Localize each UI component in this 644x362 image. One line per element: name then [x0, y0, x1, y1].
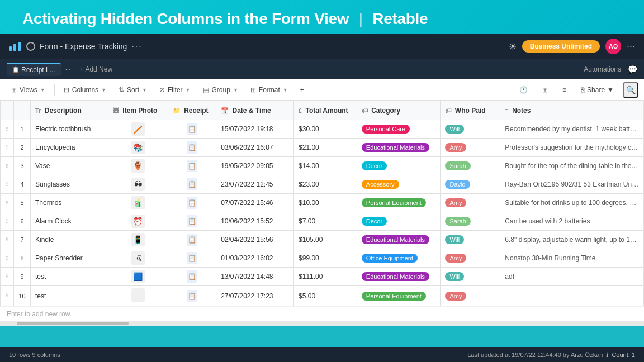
cell-notes[interactable]: 6.8" display, adjustable warm light, up … [500, 231, 644, 249]
avatar[interactable]: AO [605, 39, 621, 54]
th-description[interactable]: Tr Description [31, 101, 108, 120]
th-receipt[interactable]: 📁 Receipt [168, 101, 216, 120]
sort-button[interactable]: ⇅ Sort ▼ [113, 84, 153, 96]
cell-total-amount[interactable]: $105.00 [294, 231, 357, 249]
cell-receipt[interactable]: 📋 [168, 268, 216, 286]
cell-receipt[interactable]: 📋 [168, 231, 216, 249]
cell-who-paid[interactable]: Sarah [441, 157, 500, 175]
th-notes[interactable]: ≡ Notes [500, 101, 644, 120]
cell-who-paid[interactable]: David [441, 175, 500, 194]
cell-photo[interactable]: 🧃 [108, 194, 168, 212]
cell-receipt[interactable]: 📋 [168, 157, 216, 175]
cell-description[interactable]: Encyclopedia [31, 139, 108, 157]
cell-date-time[interactable]: 10/06/2022 15:52 [216, 212, 294, 231]
cell-total-amount[interactable]: $30.00 [294, 120, 357, 139]
cell-total-amount[interactable]: $99.00 [294, 249, 357, 268]
cell-photo[interactable]: 🕶 [108, 175, 168, 194]
table-row[interactable]: ⠿ 7 Kindle 📱 📋 02/04/2022 15:56 $105.00 … [1, 231, 644, 249]
cell-who-paid[interactable]: Amy [441, 249, 500, 268]
cell-photo[interactable]: 🏺 [108, 157, 168, 175]
cell-photo[interactable]: 🪥 [108, 120, 168, 139]
cell-date-time[interactable]: 19/05/2022 09:05 [216, 157, 294, 175]
form-more-dots[interactable]: ··· [131, 41, 142, 51]
cell-photo[interactable]: ⏰ [108, 212, 168, 231]
appbar-more-icon[interactable]: ··· [627, 41, 635, 53]
cell-category[interactable]: Personal Care [357, 120, 441, 139]
cell-photo[interactable]: 🖨 [108, 249, 168, 268]
cell-description[interactable]: Vase [31, 157, 108, 175]
cell-category[interactable]: Office Equipment [357, 249, 441, 268]
cell-photo[interactable]: 🟦 [108, 268, 168, 286]
cell-category[interactable]: Accessory [357, 175, 441, 194]
cell-total-amount[interactable]: $111.00 [294, 268, 357, 286]
cell-notes[interactable]: Recommended by my dentist, 1 week batter… [500, 120, 644, 139]
th-total-amount[interactable]: £ Total Amount [294, 101, 357, 120]
cell-date-time[interactable]: 27/07/2022 17:23 [216, 286, 294, 306]
add-row-hint[interactable]: Enter to add new row. [0, 306, 644, 321]
cell-total-amount[interactable]: $14.00 [294, 157, 357, 175]
cell-receipt[interactable]: 📋 [168, 286, 216, 306]
table-row[interactable]: ⠿ 9 test 🟦 📋 13/07/2022 14:48 $111.00 Ed… [1, 268, 644, 286]
group-button[interactable]: ▤ Group ▼ [197, 84, 244, 96]
table-row[interactable]: ⠿ 8 Paper Shredder 🖨 📋 01/03/2022 16:02 … [1, 249, 644, 268]
cell-category[interactable]: Educational Materials [357, 268, 441, 286]
cell-who-paid[interactable]: Amy [441, 194, 500, 212]
cell-description[interactable]: Electric toothbrush [31, 120, 108, 139]
cell-notes[interactable]: Can be used with 2 batteries [500, 212, 644, 231]
business-unlimited-button[interactable]: Business Unlimited [522, 40, 600, 53]
cell-receipt[interactable]: 📋 [168, 120, 216, 139]
cell-description[interactable]: test [31, 268, 108, 286]
cell-who-paid[interactable]: Amy [441, 286, 500, 306]
cell-description[interactable]: Thermos [31, 194, 108, 212]
cell-notes[interactable]: adf [500, 268, 644, 286]
cell-category[interactable]: Decor [357, 157, 441, 175]
cell-who-paid[interactable]: Amy [441, 139, 500, 157]
th-item-photo[interactable]: 🖼 Item Photo [108, 101, 168, 120]
cell-date-time[interactable]: 15/07/2022 19:18 [216, 120, 294, 139]
scroll-thumb[interactable] [17, 322, 129, 325]
sun-icon[interactable]: ☀ [509, 41, 517, 52]
table-row[interactable]: ⠿ 10 test 📋 27/07/2022 17:23 $5.00 Perso… [1, 286, 644, 306]
cell-who-paid[interactable]: Will [441, 268, 500, 286]
cell-receipt[interactable]: 📋 [168, 139, 216, 157]
cell-photo[interactable]: 📚 [108, 139, 168, 157]
format-button[interactable]: ⊞ Format ▼ [245, 84, 293, 96]
cell-date-time[interactable]: 02/04/2022 15:56 [216, 231, 294, 249]
th-date-time[interactable]: 📅 Date & Time [216, 101, 294, 120]
cell-notes[interactable]: Suitable for hot drinks up to 100 degree… [500, 194, 644, 212]
cell-notes[interactable] [500, 286, 644, 306]
cell-description[interactable]: test [31, 286, 108, 306]
table-row[interactable]: ⠿ 4 Sunglasses 🕶 📋 23/07/2022 12:45 $23.… [1, 175, 644, 194]
cell-description[interactable]: Paper Shredder [31, 249, 108, 268]
cell-category[interactable]: Personal Equipment [357, 286, 441, 306]
cell-receipt[interactable]: 📋 [168, 249, 216, 268]
tab-receipt[interactable]: 📋 Receipt L... [7, 63, 61, 76]
cell-receipt[interactable]: 📋 [168, 175, 216, 194]
cell-description[interactable]: Sunglasses [31, 175, 108, 194]
views-button[interactable]: ⊞ Views ▼ [6, 84, 51, 96]
cell-date-time[interactable]: 23/07/2022 12:45 [216, 175, 294, 194]
cell-who-paid[interactable]: Will [441, 120, 500, 139]
cell-description[interactable]: Kindle [31, 231, 108, 249]
tab-options-dots[interactable]: ··· [65, 65, 71, 73]
cell-photo[interactable] [108, 286, 168, 306]
cell-notes[interactable]: Bought for the top of the dining table i… [500, 157, 644, 175]
cell-who-paid[interactable]: Sarah [441, 212, 500, 231]
cell-total-amount[interactable]: $5.00 [294, 286, 357, 306]
cell-total-amount[interactable]: $23.00 [294, 175, 357, 194]
table-row[interactable]: ⠿ 1 Electric toothbrush 🪥 📋 15/07/2022 1… [1, 120, 644, 139]
cell-notes[interactable]: Professor's suggestion for the mythology… [500, 139, 644, 157]
cell-total-amount[interactable]: $21.00 [294, 139, 357, 157]
table-row[interactable]: ⠿ 3 Vase 🏺 📋 19/05/2022 09:05 $14.00 Dec… [1, 157, 644, 175]
cell-date-time[interactable]: 07/07/2022 15:46 [216, 194, 294, 212]
cell-notes[interactable]: Ray-Ban Orb2195 902/31 53 Ekartman Unise… [500, 175, 644, 194]
cell-category[interactable]: Educational Materials [357, 139, 441, 157]
chat-icon[interactable]: 💬 [628, 65, 637, 74]
grid-view-button[interactable]: ⊞ [537, 84, 553, 96]
cell-category[interactable]: Educational Materials [357, 231, 441, 249]
cell-receipt[interactable]: 📋 [168, 212, 216, 231]
automations-link[interactable]: Automations [584, 65, 621, 73]
filter-button[interactable]: ⊘ Filter ▼ [154, 84, 196, 96]
cell-date-time[interactable]: 13/07/2022 14:48 [216, 268, 294, 286]
add-column-button[interactable]: + [295, 84, 310, 96]
